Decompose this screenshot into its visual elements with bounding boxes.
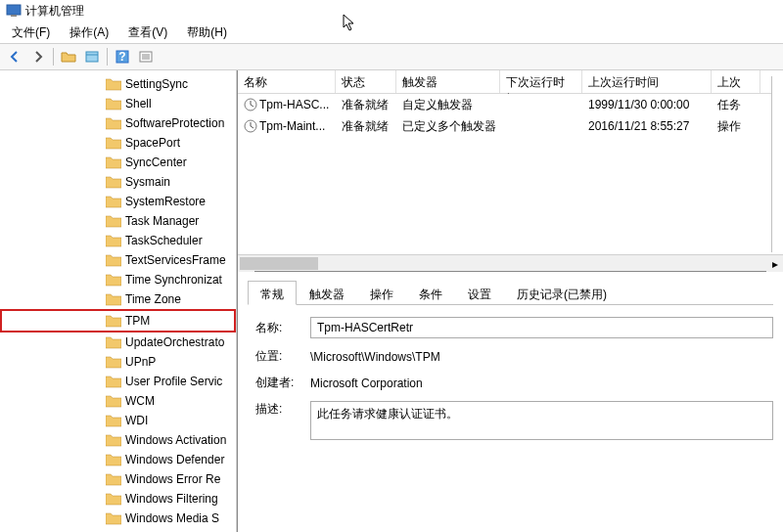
label-name: 名称: xyxy=(255,320,302,336)
list-body[interactable]: Tpm-HASC...准备就绪自定义触发器1999/11/30 0:00:00任… xyxy=(238,94,783,254)
tree-item-windows-defender[interactable]: Windows Defender xyxy=(0,450,236,469)
tree-item-label: WCM xyxy=(125,394,155,408)
col-name[interactable]: 名称 xyxy=(238,70,336,93)
cell-next xyxy=(500,103,582,107)
tree-item-softwareprotection[interactable]: SoftwareProtection xyxy=(0,113,236,133)
tree-item-label: TextServicesFrame xyxy=(125,253,226,267)
tree-item-wdi[interactable]: WDI xyxy=(0,411,236,430)
tree-item-task-manager[interactable]: Task Manager xyxy=(0,211,236,231)
cell-trigger: 已定义多个触发器 xyxy=(396,116,500,137)
tree-item-label: Shell xyxy=(125,97,152,111)
tree-item-label: Time Synchronizat xyxy=(125,273,222,287)
side-panel-edge xyxy=(771,76,783,252)
col-result[interactable]: 上次 xyxy=(712,70,760,93)
tree-item-taskscheduler[interactable]: TaskScheduler xyxy=(0,231,236,250)
tree-item-label: User Profile Servic xyxy=(125,375,222,388)
horizontal-scrollbar[interactable]: ◂ ▸ xyxy=(238,254,783,271)
cell-status: 准备就绪 xyxy=(336,95,396,115)
tree-item-label: Sysmain xyxy=(125,175,170,189)
tree-item-user-profile-servic[interactable]: User Profile Servic xyxy=(0,372,236,391)
col-last[interactable]: 上次运行时间 xyxy=(582,70,712,93)
tab-5[interactable]: 历史记录(已禁用) xyxy=(504,281,620,305)
scroll-right-icon[interactable]: ▸ xyxy=(766,255,783,272)
list-header[interactable]: 名称 状态 触发器 下次运行时间 上次运行时间 上次 xyxy=(238,70,783,94)
menu-action[interactable]: 操作(A) xyxy=(62,22,116,43)
tree-item-time-synchronizat[interactable]: Time Synchronizat xyxy=(0,270,236,289)
cell-status: 准备就绪 xyxy=(336,116,396,137)
window-title: 计算机管理 xyxy=(25,3,84,20)
tree-item-label: Windows Defender xyxy=(125,453,224,466)
task-row[interactable]: Tpm-HASC...准备就绪自定义触发器1999/11/30 0:00:00任… xyxy=(238,94,783,115)
tree-item-label: UpdateOrchestrato xyxy=(125,335,224,349)
tool-folder[interactable] xyxy=(58,46,79,67)
cell-last: 1999/11/30 0:00:00 xyxy=(582,96,712,113)
menu-file[interactable]: 文件(F) xyxy=(4,22,58,43)
tree-item-label: Windows Error Re xyxy=(125,472,220,486)
name-field[interactable] xyxy=(310,317,773,338)
tree-item-label: SettingSync xyxy=(125,77,188,91)
tree-item-label: Windows Activation xyxy=(125,433,226,447)
forward-button[interactable] xyxy=(27,46,49,67)
menu-view[interactable]: 查看(V) xyxy=(120,22,175,43)
tree-item-tpm[interactable]: TPM xyxy=(0,309,236,332)
tree-panel[interactable]: SettingSyncShellSoftwareProtectionSpaceP… xyxy=(0,70,237,532)
tree-item-windows-filtering[interactable]: Windows Filtering xyxy=(0,489,236,509)
tree-item-sysmain[interactable]: Sysmain xyxy=(0,172,236,192)
tree-item-label: SoftwareProtection xyxy=(125,116,224,130)
author-value: Microsoft Corporation xyxy=(310,377,773,390)
tree-item-wcm[interactable]: WCM xyxy=(0,391,236,411)
tree-item-spaceport[interactable]: SpacePort xyxy=(0,133,236,153)
task-list-panel: 名称 状态 触发器 下次运行时间 上次运行时间 上次 Tpm-HASC...准备… xyxy=(238,70,783,272)
tree-item-settingsync[interactable]: SettingSync xyxy=(0,74,236,94)
cell-last: 2016/11/21 8:55:27 xyxy=(582,117,712,135)
tab-1[interactable]: 触发器 xyxy=(297,281,357,305)
app-icon xyxy=(6,3,22,19)
col-trigger[interactable]: 触发器 xyxy=(396,70,500,93)
scroll-thumb[interactable] xyxy=(240,257,318,270)
cell-next xyxy=(500,124,582,128)
task-row[interactable]: Tpm-Maint...准备就绪已定义多个触发器2016/11/21 8:55:… xyxy=(238,115,783,137)
label-desc: 描述: xyxy=(255,401,302,418)
tree-item-label: SpacePort xyxy=(125,136,180,150)
tree-item-label: Windows Media S xyxy=(125,511,219,525)
tree-item-label: SystemRestore xyxy=(125,195,206,208)
tree-item-windows-activation[interactable]: Windows Activation xyxy=(0,430,236,450)
menu-bar: 文件(F) 操作(A) 查看(V) 帮助(H) xyxy=(0,22,783,43)
back-button[interactable] xyxy=(4,46,25,67)
desc-field[interactable] xyxy=(310,401,773,440)
tree-item-label: TPM xyxy=(125,314,150,328)
tree-item-upnp[interactable]: UPnP xyxy=(0,352,236,372)
tree-item-windows-error-re[interactable]: Windows Error Re xyxy=(0,469,236,489)
svg-rect-0 xyxy=(7,5,21,15)
cell-name: Tpm-HASC... xyxy=(238,96,336,114)
separator xyxy=(53,48,54,66)
tab-bar: 常规触发器操作条件设置历史记录(已禁用) xyxy=(248,280,773,305)
label-location: 位置: xyxy=(255,348,302,365)
help-button[interactable]: ? xyxy=(112,46,133,67)
cell-name: Tpm-Maint... xyxy=(238,117,336,136)
cell-trigger: 自定义触发器 xyxy=(396,95,500,115)
tab-2[interactable]: 操作 xyxy=(357,281,406,305)
tool-details[interactable] xyxy=(81,46,103,67)
tab-0[interactable]: 常规 xyxy=(248,281,297,305)
tree-item-time-zone[interactable]: Time Zone xyxy=(0,289,236,309)
tree-item-windows-media-s[interactable]: Windows Media S xyxy=(0,509,236,528)
col-next[interactable]: 下次运行时间 xyxy=(500,70,582,93)
tab-3[interactable]: 条件 xyxy=(406,281,455,305)
label-author: 创建者: xyxy=(255,375,302,391)
tree-item-label: Windows Filtering xyxy=(125,492,218,506)
svg-rect-2 xyxy=(86,52,98,62)
tree-item-synccenter[interactable]: SyncCenter xyxy=(0,153,236,172)
details-panel: 常规触发器操作条件设置历史记录(已禁用) 名称: 位置: \Microsoft\… xyxy=(238,272,783,532)
tree-item-textservicesframe[interactable]: TextServicesFrame xyxy=(0,250,236,270)
tool-list[interactable] xyxy=(135,46,157,67)
menu-help[interactable]: 帮助(H) xyxy=(179,22,235,43)
tree-item-shell[interactable]: Shell xyxy=(0,94,236,113)
col-status[interactable]: 状态 xyxy=(336,70,396,93)
tree-item-label: Time Zone xyxy=(125,292,181,306)
tree-item-systemrestore[interactable]: SystemRestore xyxy=(0,192,236,211)
tab-4[interactable]: 设置 xyxy=(455,281,504,305)
tree-item-label: WDI xyxy=(125,414,148,427)
tree-item-updateorchestrato[interactable]: UpdateOrchestrato xyxy=(0,332,236,352)
tree-item-label: TaskScheduler xyxy=(125,234,203,247)
